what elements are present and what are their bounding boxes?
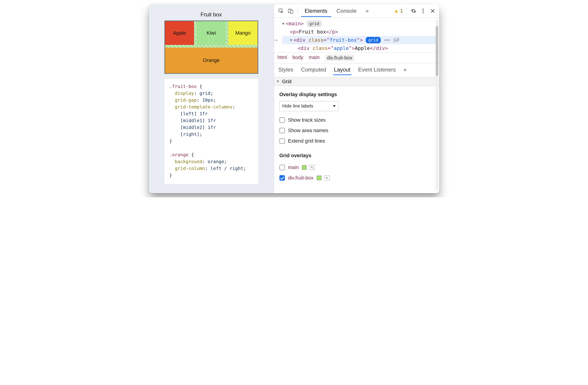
- checkbox-extend-grid-lines-row[interactable]: Extend grid lines: [279, 136, 434, 146]
- grid-overlay-item[interactable]: main ↖: [279, 162, 434, 173]
- dom-node-selected[interactable]: <div class="fruit-box"> grid == $0: [282, 36, 437, 44]
- overlay-label: main: [288, 165, 299, 171]
- svg-rect-2: [290, 10, 293, 13]
- overlay-checkbox-main[interactable]: [279, 165, 285, 170]
- dom-node-main[interactable]: <main> grid: [282, 20, 437, 28]
- close-icon[interactable]: [429, 7, 437, 15]
- inspect-element-icon[interactable]: [277, 7, 285, 15]
- selected-marker: == $0: [384, 37, 399, 43]
- overlay-label: div.fruit-box: [288, 175, 314, 181]
- checkbox-show-area-names[interactable]: [279, 128, 285, 133]
- svg-point-5: [422, 12, 423, 13]
- grid-container-outline: Apple Kiwi Mango Orange: [165, 21, 258, 74]
- checkbox-show-area-names-row[interactable]: Show area names: [279, 125, 434, 136]
- section-header-grid[interactable]: Grid: [274, 77, 439, 86]
- grid-cell-apple: Apple: [165, 21, 194, 45]
- svg-point-4: [422, 10, 423, 11]
- section-title: Grid: [282, 79, 292, 85]
- devtools-panel: Elements Console » ▲ 1 <main> grid: [274, 4, 439, 193]
- breadcrumb-item[interactable]: html: [278, 54, 287, 61]
- dom-tree[interactable]: <main> grid <p>Fruit box</p> <div class=…: [274, 18, 439, 52]
- grid-cell-mango: Mango: [229, 21, 257, 45]
- grid-badge-active[interactable]: grid: [366, 37, 380, 43]
- dom-node-child[interactable]: <div class="apple">Apple</div>: [282, 44, 437, 52]
- tab-console[interactable]: Console: [333, 5, 360, 17]
- chevron-down-icon: [333, 105, 336, 107]
- device-toolbar-icon[interactable]: [287, 7, 294, 15]
- checkbox-show-track-sizes[interactable]: [279, 117, 285, 123]
- breadcrumb-item-active[interactable]: div.fruit-box: [325, 54, 354, 61]
- subtab-event-listeners[interactable]: Event Listeners: [357, 66, 397, 75]
- line-labels-select[interactable]: Hide line labels: [279, 101, 339, 111]
- warning-count: 1: [400, 8, 403, 14]
- css-snippet-card: .fruit-box { display: grid; grid-gap: 10…: [165, 79, 258, 184]
- subtab-styles[interactable]: Styles: [278, 66, 294, 75]
- tabs-overflow[interactable]: »: [362, 5, 372, 17]
- select-value: Hide line labels: [282, 104, 313, 109]
- fruit-box-grid: Apple Kiwi Mango Orange: [165, 21, 258, 73]
- grid-cell-orange: Orange: [165, 48, 258, 73]
- warnings-badge[interactable]: ▲ 1: [394, 8, 403, 14]
- tab-elements[interactable]: Elements: [301, 5, 331, 17]
- breadcrumb: html body main div.fruit-box: [274, 52, 439, 63]
- color-swatch[interactable]: [302, 165, 307, 170]
- color-swatch[interactable]: [317, 176, 321, 180]
- grid-badge[interactable]: grid: [307, 21, 322, 27]
- checkbox-show-track-sizes-row[interactable]: Show track sizes: [279, 115, 434, 125]
- kebab-menu-icon[interactable]: [419, 7, 427, 15]
- overlay-checkbox-fruit-box[interactable]: [279, 175, 285, 181]
- subtabs-overflow[interactable]: »: [403, 66, 407, 75]
- toolbar-separator: [406, 7, 406, 15]
- reveal-element-icon[interactable]: ↖: [310, 165, 315, 170]
- toolbar-separator: [298, 7, 298, 15]
- window: Fruit box Apple Kiwi Mango Orange .fruit…: [149, 4, 439, 193]
- svg-point-3: [422, 8, 423, 10]
- breadcrumb-item[interactable]: body: [293, 54, 303, 61]
- collapse-caret-icon[interactable]: [277, 81, 279, 83]
- layout-panel: Overlay display settings Hide line label…: [274, 86, 439, 193]
- gear-icon[interactable]: [410, 7, 418, 15]
- scrollbar[interactable]: [436, 20, 438, 191]
- checkbox-label: Show area names: [288, 128, 328, 133]
- sidebar-subtabs: Styles Computed Layout Event Listeners »: [274, 63, 439, 77]
- grid-overlay-item[interactable]: div.fruit-box ↖: [279, 173, 434, 183]
- subtab-computed[interactable]: Computed: [300, 66, 327, 75]
- warning-icon: ▲: [394, 8, 399, 14]
- dom-node-p[interactable]: <p>Fruit box</p>: [282, 28, 437, 36]
- devtools-toolbar: Elements Console » ▲ 1: [274, 4, 439, 18]
- reveal-element-icon[interactable]: ↖: [325, 175, 330, 180]
- subtab-layout[interactable]: Layout: [333, 66, 351, 75]
- expand-caret-icon[interactable]: [282, 23, 284, 25]
- checkbox-extend-grid-lines[interactable]: [279, 138, 285, 144]
- page-title: Fruit box: [201, 11, 222, 18]
- scrollbar-thumb[interactable]: [436, 26, 438, 76]
- expand-caret-icon[interactable]: [290, 39, 292, 41]
- grid-cell-kiwi: Kiwi: [197, 21, 226, 45]
- breadcrumb-item[interactable]: main: [309, 54, 320, 61]
- checkbox-label: Extend grid lines: [288, 138, 325, 144]
- checkbox-label: Show track sizes: [288, 117, 326, 123]
- rendered-page-viewport: Fruit box Apple Kiwi Mango Orange .fruit…: [149, 4, 274, 193]
- overlay-settings-title: Overlay display settings: [279, 92, 434, 98]
- grid-overlays-title: Grid overlays: [279, 153, 434, 159]
